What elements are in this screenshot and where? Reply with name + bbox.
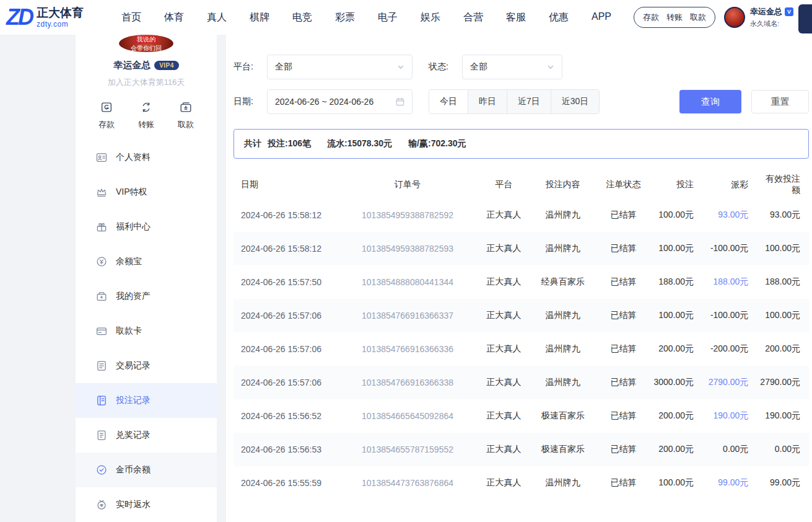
floating-service-widget[interactable] [798,4,812,33]
table-row: 2024-06-26 15:56:521013854665645092864正大… [234,399,809,433]
quick-link-deposit[interactable]: 存款 [643,12,659,23]
cell-payout: 188.00元 [702,276,757,288]
profile-avatar[interactable]: 我说的 会带你们回 [119,35,173,52]
sidebar-item-yuebao[interactable]: 余额宝 [76,244,217,279]
sidebar-item-label: 投注记录 [116,395,151,406]
cell-platform: 正大真人 [478,410,530,422]
date-range-input[interactable]: 2024-06-26 ~ 2024-06-26 [267,89,413,114]
sidebar-username: 幸运金总 [113,60,151,71]
nav-item-10[interactable]: 客服 [506,11,526,24]
brand[interactable]: ZD 正大体育 zdty.com [6,6,115,29]
cell-platform: 正大真人 [478,377,530,388]
reset-button[interactable]: 重置 [751,90,809,113]
cell-bet: 3000.00元 [651,377,703,388]
redeem-icon [95,429,108,441]
sidebar-item-withdraw-card[interactable]: 取款卡 [76,314,217,348]
cell-order: 1013854959388782593 [337,244,478,254]
quick-date-last-7-days[interactable]: 近7日 [507,90,551,113]
cell-status: 已结算 [596,243,650,254]
cell-bet: 100.00元 [651,210,703,221]
filter-row-1: 平台: 全部 状态: 全部 [234,55,809,79]
cell-order: 1013854655787159552 [337,445,478,454]
cell-order: 1013854766916366337 [337,311,478,321]
nav-item-7[interactable]: 电子 [378,11,398,24]
filter-row-2: 日期: 2024-06-26 ~ 2024-06-26 今日昨日近7日近30日 … [234,89,809,114]
cell-bet: 100.00元 [651,477,703,489]
nav-item-5[interactable]: 电竞 [292,11,312,24]
avatar[interactable] [724,7,745,28]
cell-bet: 200.00元 [651,343,703,355]
cell-payout: -200.00元 [702,343,757,355]
cell-platform: 正大真人 [478,243,530,254]
sidebar-item-my-assets[interactable]: 我的资产 [76,279,217,314]
quick-action-deposit[interactable]: 存款 [98,100,115,130]
cell-status: 已结算 [596,310,650,321]
sidebar-item-bet-records[interactable]: 投注记录 [76,383,217,418]
cell-content: 温州牌九 [530,310,596,321]
nav-item-3[interactable]: 真人 [207,11,227,24]
sidebar-item-label: 我的资产 [116,291,151,302]
quick-action-withdraw[interactable]: 取款 [178,100,194,130]
join-days-text: 加入正大体育第116天 [108,77,185,88]
nav-item-9[interactable]: 合营 [463,11,483,24]
cell-order: 1013854766916366336 [337,344,478,354]
avatar-caption-line1: 我说的 [135,36,157,43]
summary-winloss: 输/赢:702.30元 [408,138,466,149]
user-chip[interactable]: 幸运金总 V 永久域名: [724,6,793,29]
withdraw-card-icon [95,325,108,337]
nav-item-11[interactable]: 优惠 [549,11,569,24]
summary-turnover: 流水:15078.30元 [327,138,392,149]
brand-name: 正大体育 [37,6,84,20]
table-row: 2024-06-26 15:57:501013854888080441344正大… [234,265,809,299]
nav-item-2[interactable]: 体育 [164,11,184,24]
status-select[interactable]: 全部 [462,55,562,79]
table-row: 2024-06-26 15:57:061013854766916366337正大… [234,299,809,332]
sidebar-item-label: 金币余额 [116,464,151,476]
cell-content: 经典百家乐 [530,276,596,288]
platform-select[interactable]: 全部 [267,55,413,79]
cell-bet: 200.00元 [651,410,703,422]
search-button[interactable]: 查询 [679,90,741,113]
bet-records-icon [95,394,108,407]
sidebar-item-label: 取款卡 [116,325,142,337]
sidebar-item-transaction-records[interactable]: 交易记录 [76,348,217,383]
sidebar-item-realtime-rebate[interactable]: 实时返水 [76,487,217,522]
sidebar-item-welfare-center[interactable]: 福利中心 [76,210,217,244]
sidebar-item-gold-balance[interactable]: 金币余额 [76,453,217,487]
avatar-caption-line2: 会带你们回 [131,45,162,51]
cell-valid: 190.00元 [757,410,809,422]
quick-action-label: 存款 [98,119,115,130]
quick-date-today[interactable]: 今日 [429,90,468,113]
cell-order: 1013854473763876864 [337,478,478,488]
quick-date-group: 今日昨日近7日近30日 [429,89,600,114]
transactions-icon [95,360,108,372]
quick-action-transfer[interactable]: 转账 [138,100,154,130]
quick-action-label: 取款 [178,119,194,130]
left-gutter [0,35,76,522]
cell-status: 已结算 [596,210,650,221]
platform-select-value: 全部 [275,61,292,73]
cell-valid: 2790.00元 [757,377,809,388]
wallet-quick-links: 存款转账取款 [634,7,715,28]
table-row: 2024-06-26 15:58:121013854959388782593正大… [234,232,809,265]
sidebar-item-label: 实时返水 [116,499,151,510]
quick-date-yesterday[interactable]: 昨日 [468,90,507,113]
nav-item-4[interactable]: 棋牌 [250,11,269,24]
sidebar-item-vip-privileges[interactable]: VIP特权 [76,175,217,210]
quick-link-withdraw[interactable]: 取款 [690,12,706,23]
cell-date: 2024-06-26 15:56:52 [234,411,337,421]
nav-item-8[interactable]: 娱乐 [421,11,440,24]
nav-item-6[interactable]: 彩票 [335,11,355,24]
sidebar-item-redeem-records[interactable]: 兑奖记录 [76,418,217,453]
cell-content: 温州牌九 [530,343,596,355]
sidebar-item-label: 余额宝 [116,256,142,267]
nav-item-12[interactable]: APP [592,11,611,24]
cell-valid: 99.00元 [757,477,809,489]
sidebar-item-profile[interactable]: 个人资料 [76,140,217,175]
quick-date-last-30-days[interactable]: 近30日 [551,90,600,113]
cell-order: 1013854888080441344 [337,277,478,287]
main-content: 平台: 全部 状态: 全部 日期: 2024-06-26 ~ 2024-06-2… [226,35,812,522]
nav-item-1[interactable]: 首页 [121,11,141,24]
quick-link-transfer[interactable]: 转账 [666,12,683,23]
cell-valid: 100.00元 [757,310,809,321]
